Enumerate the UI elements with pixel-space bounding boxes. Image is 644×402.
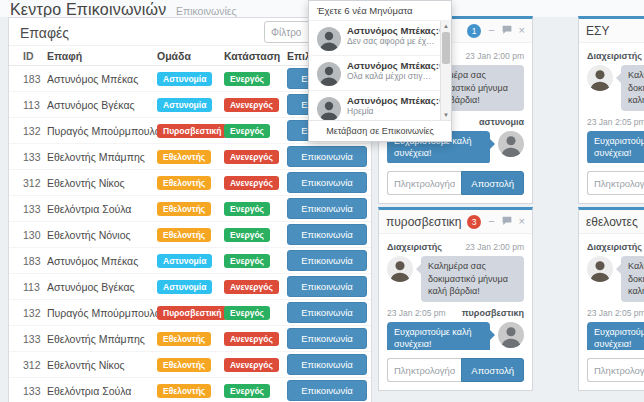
contact-communicate-button[interactable]: Επικοινωνία bbox=[287, 380, 367, 401]
chat-bubble-sent: Ευχαριστούμε καλή συνέχεια! bbox=[387, 322, 490, 350]
table-row: 133 Εθελοντής Μπάμπης Εθελοντής Ανενεργό… bbox=[9, 144, 371, 170]
contact-communicate-button[interactable]: Επικοινωνία bbox=[287, 250, 367, 271]
group-badge: Αστυνομία bbox=[157, 98, 212, 112]
send-button[interactable]: Αποστολή bbox=[461, 171, 524, 195]
contact-id: 312 bbox=[9, 177, 47, 189]
admin-label: Διαχειριστής bbox=[387, 242, 442, 252]
chat-panel-pyrosvestiki: πυροσβεστικη 3 − × Διαχειριστής 23 Jan 2… bbox=[378, 207, 533, 391]
admin-avatar bbox=[587, 65, 613, 91]
table-row: 113 Αστυνόμος Βγέκας Αστυνομία Ανενεργός… bbox=[9, 274, 371, 300]
contact-communicate-button[interactable]: Επικοινωνία bbox=[287, 276, 367, 297]
contact-name: Αστυνόμος Μπέκας bbox=[47, 73, 157, 85]
contact-communicate-button[interactable]: Επικοινωνία bbox=[287, 302, 367, 323]
status-badge: Ανενεργός bbox=[224, 176, 279, 190]
column-header-status: Κατάσταση bbox=[224, 50, 287, 62]
notification-item[interactable]: Αστυνόμος Μπέκας: 5 mins Ηρεμία bbox=[309, 91, 440, 120]
notification-item[interactable]: Αστυνόμος Μπέκας: 5 mins Δεν σας αφορά μ… bbox=[309, 21, 440, 56]
scrollbar-thumb[interactable] bbox=[442, 32, 450, 64]
minimize-icon[interactable]: − bbox=[488, 25, 494, 36]
group-badge: Αστυνομία bbox=[157, 280, 212, 294]
close-icon[interactable]: × bbox=[519, 216, 525, 227]
chat-footer: Αποστολή bbox=[379, 163, 532, 203]
column-header-group: Ομάδα bbox=[157, 50, 224, 62]
contact-name: Πυραγός Μπούρμπουλας bbox=[47, 125, 157, 137]
scrollbar[interactable]: ▲ ▼ bbox=[440, 21, 451, 120]
contact-id: 183 bbox=[9, 73, 47, 85]
status-badge: Ανενεργός bbox=[224, 150, 279, 164]
message-time: 23 Jan 2:00 pm bbox=[465, 242, 524, 252]
chat-bubble-sent: Ευχαριστούμε καλή συνέχεια! bbox=[587, 131, 644, 163]
chat-title: ΕΣΥ bbox=[586, 24, 644, 38]
notification-preview: Ηρεμία bbox=[347, 106, 435, 116]
comments-icon[interactable] bbox=[502, 216, 512, 227]
chat-panel-ethelontes: εθελοντες − × Διαχειριστής 23 Jan 2:00 p… bbox=[578, 207, 644, 391]
contact-name: Εθελόντρια Σούλα bbox=[47, 385, 157, 397]
status-badge: Ανενεργός bbox=[224, 332, 279, 346]
contact-communicate-button[interactable]: Επικοινωνία bbox=[287, 224, 367, 245]
contact-communicate-button[interactable]: Επικοινωνία bbox=[287, 328, 367, 349]
column-header-name: Επαφή bbox=[47, 50, 157, 62]
status-badge: Ενεργός bbox=[224, 254, 270, 268]
contact-name: Εθελοντής Νόνιος bbox=[47, 229, 157, 241]
status-badge: Ενεργός bbox=[224, 124, 270, 138]
contact-id: 113 bbox=[9, 99, 47, 111]
contact-id: 133 bbox=[9, 203, 47, 215]
contact-id: 113 bbox=[9, 281, 47, 293]
send-button[interactable]: Αποστολή bbox=[461, 358, 524, 382]
message-time: 23 Jan 2:05 pm bbox=[387, 308, 446, 318]
group-badge: Εθελοντής bbox=[157, 150, 211, 164]
chat-input[interactable] bbox=[387, 171, 461, 195]
chat-panel-esy: ΕΣΥ − × Διαχειριστής 23 Jan 2:00 pm Καλη… bbox=[578, 16, 644, 204]
close-icon[interactable]: × bbox=[519, 25, 525, 36]
unread-count-badge: 3 bbox=[467, 215, 481, 229]
sender-avatar bbox=[498, 322, 524, 348]
contact-communicate-button[interactable]: Επικοινωνία bbox=[287, 198, 367, 219]
notification-item[interactable]: Αστυνόμος Μπέκας: 5 mins Ολα καλά μέχρι … bbox=[309, 56, 440, 91]
contact-name: Εθελόντρια Σούλα bbox=[47, 203, 157, 215]
communications-center-page: Κεντρο Επικοινωνιών Επικοινωνίες Επαφές … bbox=[0, 0, 644, 402]
notification-sender: Αστυνόμος Μπέκας: bbox=[347, 60, 439, 71]
table-row: 133 Εθελοντής Μπάμπης Εθελοντής Ανενεργό… bbox=[9, 326, 371, 352]
contact-communicate-button[interactable]: Επικοινωνία bbox=[287, 354, 367, 375]
table-row: 133 Εθελόντρια Σούλα Εθελοντής Ενεργός Ε… bbox=[9, 378, 371, 402]
scroll-down-icon[interactable]: ▼ bbox=[441, 110, 451, 120]
group-badge: Εθελοντής bbox=[157, 228, 211, 242]
table-row: 312 Εθελοντής Νίκος Εθελοντής Ανενεργός … bbox=[9, 170, 371, 196]
sender-avatar bbox=[498, 131, 524, 157]
admin-label: Διαχειριστής bbox=[587, 51, 642, 61]
sender-label: πυροσβεστικη bbox=[462, 308, 524, 318]
status-badge: Ενεργός bbox=[224, 384, 270, 398]
contact-name: Πυραγός Μπούρμπουλας bbox=[47, 307, 157, 319]
minimize-icon[interactable]: − bbox=[488, 216, 494, 227]
chat-input[interactable] bbox=[587, 358, 644, 382]
group-badge: Πυροσβεστική bbox=[157, 306, 227, 320]
chat-input[interactable] bbox=[587, 171, 644, 195]
scroll-up-icon[interactable]: ▲ bbox=[441, 21, 451, 31]
table-row: 132 Πυραγός Μπούρμπουλας Πυροσβεστική Εν… bbox=[9, 300, 371, 326]
message-time: 23 Jan 2:00 pm bbox=[465, 51, 524, 61]
chat-input[interactable] bbox=[387, 358, 461, 382]
page-subtitle: Επικοινωνίες bbox=[176, 5, 237, 17]
chat-footer: Αποστολή bbox=[579, 163, 644, 203]
group-badge: Αστυνομία bbox=[157, 254, 212, 268]
sender-avatar bbox=[317, 97, 341, 120]
comments-icon[interactable] bbox=[502, 25, 512, 36]
chat-header: εθελοντες − × bbox=[579, 210, 644, 234]
contact-communicate-button[interactable]: Επικοινωνία bbox=[287, 172, 367, 193]
chat-footer: Αποστολή bbox=[379, 350, 532, 390]
sender-avatar bbox=[317, 62, 341, 86]
contact-id: 133 bbox=[9, 333, 47, 345]
table-row: 183 Αστυνόμος Μπέκας Αστυνομία Ενεργός Ε… bbox=[9, 248, 371, 274]
sender-label: αστυνομια bbox=[479, 117, 524, 127]
status-badge: Ανενεργός bbox=[224, 358, 279, 372]
chat-title: πυροσβεστικη bbox=[386, 215, 462, 229]
admin-label: Διαχειριστής bbox=[587, 242, 642, 252]
notification-sender: Αστυνόμος Μπέκας: bbox=[347, 95, 439, 106]
status-badge: Ανενεργός bbox=[224, 98, 279, 112]
group-badge: Εθελοντής bbox=[157, 176, 211, 190]
contact-id: 130 bbox=[9, 229, 47, 241]
contact-name: Εθελοντής Νίκος bbox=[47, 359, 157, 371]
contact-communicate-button[interactable]: Επικοινωνία bbox=[287, 146, 367, 167]
chat-messages: Διαχειριστής 23 Jan 2:00 pm Καλημέρα σας… bbox=[379, 234, 532, 350]
notifications-footer-link[interactable]: Μετάβαση σε Επικοινωνίες bbox=[309, 120, 451, 141]
